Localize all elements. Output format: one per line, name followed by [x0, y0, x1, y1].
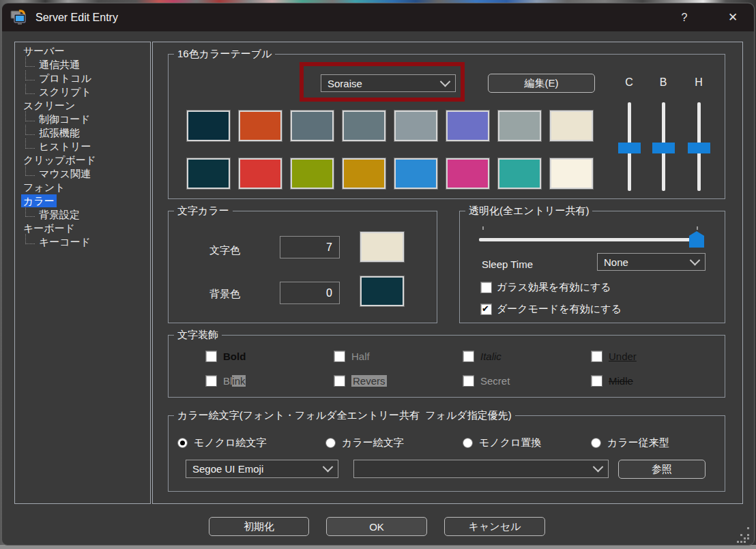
transparency-slider-thumb[interactable] — [689, 231, 704, 248]
chevron-down-icon — [323, 462, 334, 473]
decoration-option-italic[interactable]: Italic — [463, 351, 501, 362]
tree-item-label: ヒストリー — [37, 140, 93, 153]
sidebar-item[interactable]: 通信共通 — [15, 57, 150, 71]
slider-label-h: H — [688, 76, 709, 89]
tree-item-label: 制御コード — [37, 113, 93, 125]
color-swatch[interactable] — [394, 110, 437, 141]
emoji-group-title: カラー絵文字(フォント・フォルダ全エントリー共有 フォルダ指定優先) — [174, 409, 515, 421]
sidebar-item[interactable]: スクリーン — [15, 98, 150, 112]
decoration-option-revers[interactable]: Revers — [334, 375, 387, 387]
color-swatch[interactable] — [394, 158, 437, 189]
decoration-label: Italic — [480, 351, 501, 362]
transparency-slider-track[interactable] — [479, 238, 699, 241]
slider-label-b: B — [653, 76, 673, 89]
emoji-mode-radio[interactable]: モノクロ絵文字 — [177, 436, 266, 449]
color-swatch[interactable] — [291, 158, 334, 189]
decoration-label: Bold — [223, 351, 246, 362]
decoration-option-secret[interactable]: Secret — [463, 375, 510, 387]
window-title: Server Edit Entry — [35, 12, 118, 24]
emoji-mode-radio[interactable]: カラー従来型 — [591, 436, 669, 449]
char-color-group-title: 文字カラー — [174, 205, 233, 217]
tree-connector-icon — [25, 166, 35, 176]
ok-button[interactable]: OK — [326, 517, 427, 536]
sidebar-item[interactable]: キーボード — [15, 221, 150, 235]
decoration-option-bold[interactable]: Bold — [205, 351, 246, 362]
radio-icon[interactable] — [177, 438, 188, 448]
checkbox-icon[interactable] — [205, 351, 217, 362]
bg-color-number-field[interactable]: 0 — [280, 282, 340, 304]
sidebar-item[interactable]: 背景設定 — [15, 207, 150, 221]
color-swatch[interactable] — [343, 158, 386, 189]
checkbox-icon[interactable] — [205, 375, 217, 387]
tree-item-label: キーコード — [37, 235, 93, 248]
checkbox-icon[interactable] — [334, 375, 345, 387]
sidebar-item[interactable]: スクリプト — [15, 85, 150, 98]
radio-icon[interactable] — [591, 438, 601, 448]
radio-label: カラー従来型 — [607, 436, 669, 449]
initialize-button[interactable]: 初期化 — [209, 517, 309, 536]
sidebar-item[interactable]: キーコード — [15, 235, 150, 248]
decoration-option-under[interactable]: Under — [591, 351, 637, 362]
color-swatch[interactable] — [291, 110, 334, 141]
emoji-mode-radio[interactable]: カラー絵文字 — [325, 436, 404, 449]
transparency-group-title: 透明化(全エントリー共有) — [465, 205, 592, 217]
sidebar-item[interactable]: クリップボード — [15, 153, 150, 166]
edit-button[interactable]: 編集(E) — [488, 74, 595, 93]
transparency-option[interactable]: ガラス効果を有効にする — [480, 281, 611, 294]
checkbox-icon[interactable] — [480, 303, 492, 315]
browse-button[interactable]: 参照 — [618, 460, 706, 479]
hue-slider-thumb[interactable] — [688, 143, 710, 153]
transparency-option[interactable]: ダークモードを有効にする — [480, 303, 622, 316]
decoration-option-midle[interactable]: Midle — [591, 375, 633, 387]
emoji-mode-radio[interactable]: モノクロ置換 — [463, 436, 541, 449]
resize-grip[interactable] — [740, 534, 742, 536]
close-button[interactable]: ✕ — [721, 8, 744, 27]
sidebar-item[interactable]: 拡張機能 — [15, 125, 150, 139]
checkbox-icon[interactable] — [591, 375, 602, 387]
checkbox-icon[interactable] — [480, 282, 492, 293]
color-swatch[interactable] — [239, 158, 282, 189]
color-swatch[interactable] — [239, 110, 282, 141]
fg-color-number-field[interactable]: 7 — [280, 236, 340, 258]
color-swatch[interactable] — [446, 110, 489, 141]
color-swatch[interactable] — [498, 110, 541, 141]
color-swatch[interactable] — [498, 158, 541, 189]
decoration-option-blink[interactable]: Blink — [205, 375, 246, 387]
color-swatch[interactable] — [187, 110, 230, 141]
sleep-time-select[interactable]: None — [597, 253, 706, 271]
tree-connector-icon — [25, 57, 35, 67]
tree-connector-icon — [25, 70, 35, 80]
tree-item-label: キーボード — [21, 222, 77, 235]
sidebar-item[interactable]: ヒストリー — [15, 139, 150, 153]
emoji-folder-select[interactable] — [353, 460, 609, 478]
decoration-option-half[interactable]: Half — [334, 351, 370, 362]
sidebar-item[interactable]: マウス関連 — [15, 166, 150, 180]
color-swatch[interactable] — [187, 158, 230, 189]
sidebar-item[interactable]: カラー — [15, 194, 150, 207]
color-swatch[interactable] — [446, 158, 489, 189]
checkbox-icon[interactable] — [334, 351, 345, 362]
color-swatch[interactable] — [550, 110, 593, 141]
checkbox-icon[interactable] — [463, 375, 474, 387]
title-bar[interactable]: Server Edit Entry ? ✕ — [2, 3, 754, 31]
checkbox-label: ガラス効果を有効にする — [497, 281, 611, 294]
emoji-font-select[interactable]: Segoe UI Emoji — [186, 460, 338, 478]
contrast-slider-thumb[interactable] — [618, 143, 641, 153]
checkbox-icon[interactable] — [463, 351, 474, 362]
checkbox-icon[interactable] — [591, 351, 602, 362]
radio-icon[interactable] — [463, 438, 473, 448]
color-swatch[interactable] — [343, 110, 386, 141]
sidebar-item[interactable]: フォント — [15, 180, 150, 194]
color-swatch[interactable] — [550, 158, 593, 189]
swatch-row-1 — [187, 110, 593, 141]
radio-icon[interactable] — [325, 438, 336, 448]
slider-label-c: C — [619, 76, 639, 89]
cancel-button[interactable]: キャンセル — [444, 517, 545, 536]
sidebar-item[interactable]: サーバー — [15, 44, 150, 57]
brightness-slider-thumb[interactable] — [652, 143, 675, 153]
sidebar-item[interactable]: 制御コード — [15, 112, 150, 125]
help-button[interactable]: ? — [673, 8, 695, 27]
tree-connector-icon — [25, 111, 35, 121]
sidebar-item[interactable]: プロトコル — [15, 71, 150, 85]
radio-label: カラー絵文字 — [342, 436, 404, 449]
